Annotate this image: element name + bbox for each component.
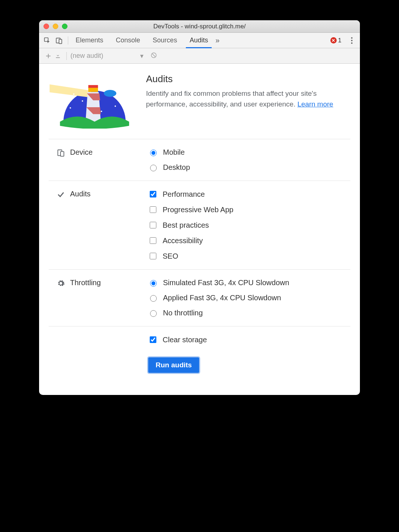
device-radio-mobile[interactable] [150,150,157,156]
audit-performance-checkbox[interactable] [150,191,156,197]
download-icon[interactable] [53,53,63,59]
tab-sources[interactable]: Sources [151,34,178,48]
svg-point-13 [118,98,119,100]
section-device: Device Mobile Desktop [49,139,350,181]
audit-best-practices[interactable]: Best practices [148,221,350,230]
more-tabs-icon[interactable]: » [215,36,219,45]
svg-point-14 [104,90,117,97]
device-icon [57,149,65,157]
section-audits: Audits Performance Progressive Web App B… [49,181,350,270]
audit-pwa-checkbox[interactable] [150,206,156,213]
svg-rect-16 [89,85,98,88]
clear-storage-checkbox[interactable] [150,336,156,343]
throttling-applied-radio[interactable] [150,295,157,302]
section-run: Clear storage Run audits [49,326,350,382]
device-radio-desktop[interactable] [150,165,157,171]
tab-audits[interactable]: Audits [188,34,209,48]
audit-accessibility[interactable]: Accessibility [148,236,350,245]
audit-selector[interactable]: (new audit) ▾ [70,52,143,60]
clear-storage-option[interactable]: Clear storage [148,335,350,344]
audits-subtoolbar: (new audit) ▾ [39,48,360,64]
check-icon [57,190,65,199]
error-icon[interactable]: ✕ [330,37,337,43]
svg-point-11 [101,111,102,112]
intro-body: Identify and fix common problems that af… [146,88,350,109]
throttling-applied[interactable]: Applied Fast 3G, 4x CPU Slowdown [148,294,350,302]
device-options: Mobile Desktop [148,148,350,172]
throttling-simulated-radio[interactable] [150,280,157,287]
throttling-none-radio[interactable] [150,310,157,317]
panel-tabs: Elements Console Sources Audits [74,34,209,48]
audit-performance[interactable]: Performance [148,190,350,199]
settings-menu-icon[interactable] [347,35,357,46]
gear-icon [57,279,65,287]
learn-more-link[interactable]: Learn more [297,100,333,108]
intro-section: Audits Identify and fix common problems … [49,73,350,139]
devtools-tabbar: Elements Console Sources Audits » ✕ 1 [39,33,360,48]
svg-marker-5 [50,84,91,98]
zoom-window-button[interactable] [62,24,67,29]
svg-rect-3 [56,57,60,58]
tab-elements[interactable]: Elements [74,34,105,48]
inspect-element-icon[interactable] [42,35,52,46]
devtools-window: DevTools - wind-sprout.glitch.me/ Elemen… [39,20,360,395]
new-audit-icon[interactable] [44,53,53,59]
device-option-desktop[interactable]: Desktop [148,163,350,172]
svg-point-10 [115,105,116,107]
section-throttling: Throttling Simulated Fast 3G, 4x CPU Slo… [49,270,350,326]
mac-titlebar: DevTools - wind-sprout.glitch.me/ [39,20,360,33]
audits-panel: Audits Identify and fix common problems … [39,64,360,395]
minimize-window-button[interactable] [53,24,58,29]
device-toolbar-icon[interactable] [54,35,64,46]
intro-text: Audits Identify and fix common problems … [146,73,350,130]
audit-best-practices-checkbox[interactable] [150,222,156,228]
audit-pwa[interactable]: Progressive Web App [148,205,350,214]
intro-heading: Audits [146,73,350,85]
section-audits-label: Audits [49,190,148,260]
throttling-none[interactable]: No throttling [148,309,350,317]
close-window-button[interactable] [44,24,49,29]
tab-console[interactable]: Console [114,34,142,48]
section-device-label: Device [49,148,148,172]
audit-selector-label: (new audit) [70,52,103,60]
throttling-options: Simulated Fast 3G, 4x CPU Slowdown Appli… [148,279,350,317]
svg-rect-21 [60,151,64,156]
error-count[interactable]: 1 [338,37,341,44]
separator [66,52,67,60]
window-title: DevTools - wind-sprout.glitch.me/ [39,23,360,30]
audit-seo-checkbox[interactable] [150,253,156,259]
svg-rect-15 [89,87,98,92]
lighthouse-illustration [49,73,133,130]
svg-point-8 [70,107,71,109]
throttling-simulated[interactable]: Simulated Fast 3G, 4x CPU Slowdown [148,279,350,287]
traffic-lights [44,24,67,29]
chevron-down-icon: ▾ [140,52,143,60]
run-audits-button[interactable]: Run audits [148,357,199,373]
svg-point-7 [82,100,83,102]
audit-accessibility-checkbox[interactable] [150,237,156,244]
clear-icon[interactable] [150,52,157,60]
separator [68,36,68,45]
svg-point-6 [73,93,74,95]
audit-seo[interactable]: SEO [148,252,350,260]
audit-categories: Performance Progressive Web App Best pra… [148,190,350,260]
section-throttling-label: Throttling [49,279,148,317]
device-option-mobile[interactable]: Mobile [148,148,350,157]
svg-rect-2 [59,39,62,43]
